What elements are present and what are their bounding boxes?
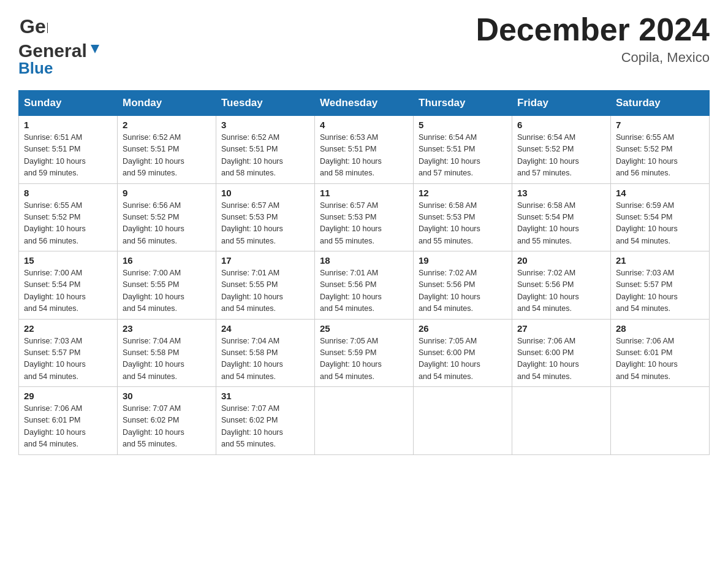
calendar-cell: 30 Sunrise: 7:07 AM Sunset: 6:02 PM Dayl… [118, 387, 216, 455]
day-info: Sunrise: 7:05 AM Sunset: 6:00 PM Dayligh… [419, 335, 507, 383]
day-info: Sunrise: 6:51 AM Sunset: 5:51 PM Dayligh… [24, 132, 112, 180]
day-number: 28 [616, 323, 704, 334]
calendar-cell: 31 Sunrise: 7:07 AM Sunset: 6:02 PM Dayl… [216, 387, 315, 455]
day-number: 4 [320, 120, 408, 130]
day-number: 10 [221, 188, 309, 198]
day-number: 2 [123, 120, 211, 130]
day-number: 27 [517, 323, 605, 334]
calendar-cell: 9 Sunrise: 6:56 AM Sunset: 5:52 PM Dayli… [118, 183, 216, 251]
day-info: Sunrise: 7:05 AM Sunset: 5:59 PM Dayligh… [320, 335, 408, 383]
day-info: Sunrise: 6:56 AM Sunset: 5:52 PM Dayligh… [123, 200, 211, 248]
day-number: 13 [517, 188, 605, 198]
logo-general-text: General [18, 42, 87, 60]
calendar-cell: 25 Sunrise: 7:05 AM Sunset: 5:59 PM Dayl… [315, 319, 414, 387]
header-friday: Friday [512, 91, 611, 116]
day-number: 12 [419, 188, 507, 198]
calendar-week-4: 22 Sunrise: 7:03 AM Sunset: 5:57 PM Dayl… [19, 319, 710, 387]
day-number: 25 [320, 323, 408, 334]
calendar-cell: 4 Sunrise: 6:53 AM Sunset: 5:51 PM Dayli… [315, 116, 414, 184]
day-number: 9 [123, 188, 211, 198]
calendar-cell: 29 Sunrise: 7:06 AM Sunset: 6:01 PM Dayl… [19, 387, 118, 455]
logo: General General Blue [18, 12, 102, 78]
calendar-cell: 14 Sunrise: 6:59 AM Sunset: 5:54 PM Dayl… [611, 183, 710, 251]
calendar-cell: 28 Sunrise: 7:06 AM Sunset: 6:01 PM Dayl… [611, 319, 710, 387]
day-info: Sunrise: 7:03 AM Sunset: 5:57 PM Dayligh… [616, 267, 704, 315]
calendar-cell: 12 Sunrise: 6:58 AM Sunset: 5:53 PM Dayl… [414, 183, 512, 251]
day-info: Sunrise: 6:58 AM Sunset: 5:53 PM Dayligh… [419, 200, 507, 248]
day-number: 17 [221, 255, 309, 266]
day-info: Sunrise: 7:04 AM Sunset: 5:58 PM Dayligh… [123, 335, 211, 383]
day-number: 6 [517, 120, 605, 130]
logo-icon: General [18, 12, 48, 42]
day-info: Sunrise: 6:58 AM Sunset: 5:54 PM Dayligh… [517, 200, 605, 248]
day-number: 14 [616, 188, 704, 198]
day-number: 1 [24, 120, 112, 130]
calendar-table: Sunday Monday Tuesday Wednesday Thursday… [18, 90, 710, 455]
header-sunday: Sunday [19, 91, 118, 116]
day-info: Sunrise: 7:06 AM Sunset: 6:00 PM Dayligh… [517, 335, 605, 383]
calendar-title: December 2024 [476, 12, 710, 47]
day-number: 3 [221, 120, 309, 130]
day-number: 23 [123, 323, 211, 334]
calendar-cell: 21 Sunrise: 7:03 AM Sunset: 5:57 PM Dayl… [611, 251, 710, 320]
header-monday: Monday [118, 91, 216, 116]
day-info: Sunrise: 6:52 AM Sunset: 5:51 PM Dayligh… [123, 132, 211, 180]
calendar-week-5: 29 Sunrise: 7:06 AM Sunset: 6:01 PM Dayl… [19, 387, 710, 455]
day-number: 26 [419, 323, 507, 334]
day-info: Sunrise: 7:03 AM Sunset: 5:57 PM Dayligh… [24, 335, 112, 383]
day-info: Sunrise: 6:55 AM Sunset: 5:52 PM Dayligh… [24, 200, 112, 248]
day-info: Sunrise: 7:00 AM Sunset: 5:55 PM Dayligh… [123, 267, 211, 315]
calendar-week-2: 8 Sunrise: 6:55 AM Sunset: 5:52 PM Dayli… [19, 183, 710, 251]
header-tuesday: Tuesday [216, 91, 315, 116]
calendar-cell: 17 Sunrise: 7:01 AM Sunset: 5:55 PM Dayl… [216, 251, 315, 320]
day-number: 11 [320, 188, 408, 198]
calendar-cell: 6 Sunrise: 6:54 AM Sunset: 5:52 PM Dayli… [512, 116, 611, 184]
day-number: 19 [419, 255, 507, 266]
day-number: 21 [616, 255, 704, 266]
page-header: General General Blue December 2024 Copil… [18, 12, 710, 78]
header-saturday: Saturday [611, 91, 710, 116]
day-info: Sunrise: 6:52 AM Sunset: 5:51 PM Dayligh… [221, 132, 309, 180]
calendar-cell: 16 Sunrise: 7:00 AM Sunset: 5:55 PM Dayl… [118, 251, 216, 320]
day-info: Sunrise: 6:54 AM Sunset: 5:51 PM Dayligh… [419, 132, 507, 180]
day-number: 15 [24, 255, 112, 266]
calendar-cell: 13 Sunrise: 6:58 AM Sunset: 5:54 PM Dayl… [512, 183, 611, 251]
day-info: Sunrise: 7:02 AM Sunset: 5:56 PM Dayligh… [419, 267, 507, 315]
calendar-cell [611, 387, 710, 455]
day-number: 7 [616, 120, 704, 130]
day-info: Sunrise: 7:07 AM Sunset: 6:02 PM Dayligh… [221, 403, 309, 451]
day-info: Sunrise: 6:59 AM Sunset: 5:54 PM Dayligh… [616, 200, 704, 248]
day-info: Sunrise: 7:00 AM Sunset: 5:54 PM Dayligh… [24, 267, 112, 315]
calendar-cell: 1 Sunrise: 6:51 AM Sunset: 5:51 PM Dayli… [19, 116, 118, 184]
svg-text:General: General [20, 15, 48, 37]
calendar-header-row: Sunday Monday Tuesday Wednesday Thursday… [19, 91, 710, 116]
calendar-week-3: 15 Sunrise: 7:00 AM Sunset: 5:54 PM Dayl… [19, 251, 710, 320]
day-number: 22 [24, 323, 112, 334]
calendar-cell: 2 Sunrise: 6:52 AM Sunset: 5:51 PM Dayli… [118, 116, 216, 184]
day-number: 29 [24, 391, 112, 401]
calendar-cell: 8 Sunrise: 6:55 AM Sunset: 5:52 PM Dayli… [19, 183, 118, 251]
calendar-cell: 5 Sunrise: 6:54 AM Sunset: 5:51 PM Dayli… [414, 116, 512, 184]
calendar-cell: 18 Sunrise: 7:01 AM Sunset: 5:56 PM Dayl… [315, 251, 414, 320]
day-info: Sunrise: 7:07 AM Sunset: 6:02 PM Dayligh… [123, 403, 211, 451]
day-info: Sunrise: 6:54 AM Sunset: 5:52 PM Dayligh… [517, 132, 605, 180]
day-info: Sunrise: 7:01 AM Sunset: 5:56 PM Dayligh… [320, 267, 408, 315]
calendar-cell: 19 Sunrise: 7:02 AM Sunset: 5:56 PM Dayl… [414, 251, 512, 320]
calendar-cell: 27 Sunrise: 7:06 AM Sunset: 6:00 PM Dayl… [512, 319, 611, 387]
header-wednesday: Wednesday [315, 91, 414, 116]
day-number: 5 [419, 120, 507, 130]
day-info: Sunrise: 6:55 AM Sunset: 5:52 PM Dayligh… [616, 132, 704, 180]
calendar-cell: 22 Sunrise: 7:03 AM Sunset: 5:57 PM Dayl… [19, 319, 118, 387]
calendar-cell [414, 387, 512, 455]
calendar-cell: 3 Sunrise: 6:52 AM Sunset: 5:51 PM Dayli… [216, 116, 315, 184]
day-number: 16 [123, 255, 211, 266]
calendar-cell: 20 Sunrise: 7:02 AM Sunset: 5:56 PM Dayl… [512, 251, 611, 320]
day-info: Sunrise: 7:06 AM Sunset: 6:01 PM Dayligh… [24, 403, 112, 451]
calendar-cell: 10 Sunrise: 6:57 AM Sunset: 5:53 PM Dayl… [216, 183, 315, 251]
day-number: 20 [517, 255, 605, 266]
day-info: Sunrise: 7:01 AM Sunset: 5:55 PM Dayligh… [221, 267, 309, 315]
day-number: 24 [221, 323, 309, 334]
calendar-cell: 26 Sunrise: 7:05 AM Sunset: 6:00 PM Dayl… [414, 319, 512, 387]
day-info: Sunrise: 7:06 AM Sunset: 6:01 PM Dayligh… [616, 335, 704, 383]
day-number: 18 [320, 255, 408, 266]
